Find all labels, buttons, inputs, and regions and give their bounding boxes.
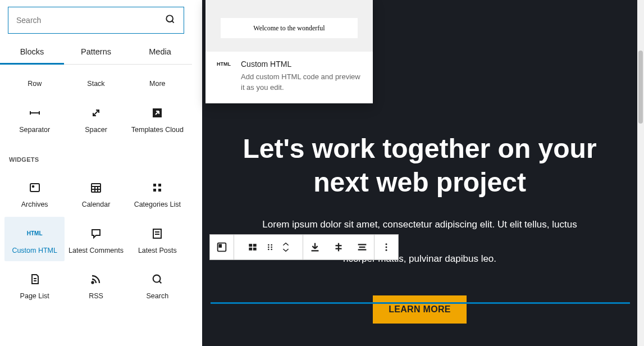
block-search[interactable]: Search (127, 262, 188, 307)
svg-point-34 (271, 247, 272, 248)
svg-line-24 (159, 281, 162, 284)
move-up-button[interactable] (282, 242, 290, 247)
block-page-list[interactable]: Page List (4, 262, 65, 307)
block-type-button[interactable] (243, 235, 262, 260)
block-label: Spacer (85, 125, 107, 135)
block-inserter-sidebar: Search Blocks Patterns Media Row Stack M… (0, 0, 192, 346)
drag-handle[interactable] (262, 235, 278, 260)
preview-title: Custom HTML (241, 60, 364, 69)
more-options-button[interactable] (374, 235, 398, 260)
search-icon (165, 13, 176, 27)
widgets-section-title: WIDGETS (0, 140, 192, 171)
scrollbar-thumb[interactable] (638, 51, 643, 124)
svg-point-33 (268, 247, 270, 248)
block-label: Latest Comments (68, 246, 124, 256)
inserter-tabs: Blocks Patterns Media (0, 39, 192, 65)
svg-rect-13 (153, 184, 156, 186)
block-label: Latest Posts (138, 246, 177, 256)
templates-cloud-icon (150, 106, 164, 120)
search-block-icon (150, 272, 164, 286)
svg-point-35 (268, 249, 270, 251)
tab-media[interactable]: Media (128, 39, 192, 64)
block-spacer[interactable]: Spacer (66, 96, 126, 141)
html-badge-icon: HTML (214, 60, 233, 69)
block-label: Separator (19, 125, 50, 135)
justify-button[interactable] (327, 235, 350, 260)
svg-point-48 (386, 247, 387, 248)
block-label: Archives (21, 200, 48, 210)
svg-point-22 (92, 282, 93, 284)
preview-description: Add custom HTML code and preview it as y… (241, 72, 364, 93)
block-label: Calendar (82, 200, 111, 210)
block-label: Row (28, 79, 42, 89)
page-list-icon (28, 272, 42, 286)
block-label: Stack (87, 79, 104, 89)
accent-separator[interactable] (211, 302, 630, 304)
block-more[interactable]: More (127, 69, 188, 95)
block-label: RSS (89, 292, 103, 302)
block-row[interactable]: Row (4, 69, 65, 95)
block-custom-html[interactable]: HTML Custom HTML (4, 217, 65, 262)
svg-point-31 (268, 244, 270, 246)
svg-rect-14 (158, 184, 161, 186)
canvas-scrollbar[interactable] (637, 0, 644, 346)
block-label: More (149, 79, 165, 89)
block-toolbar (209, 234, 399, 260)
svg-point-23 (153, 275, 161, 283)
move-buttons (278, 235, 294, 260)
rss-icon (89, 272, 103, 286)
svg-rect-27 (249, 244, 252, 247)
block-label: Page List (20, 292, 49, 302)
svg-rect-15 (153, 189, 156, 192)
tab-patterns[interactable]: Patterns (64, 39, 128, 64)
spacer-icon (89, 106, 103, 120)
width-button[interactable] (350, 235, 374, 260)
svg-rect-26 (219, 244, 221, 247)
align-button[interactable] (303, 235, 327, 260)
svg-rect-6 (30, 184, 39, 192)
block-calendar[interactable]: Calendar (66, 171, 126, 216)
posts-icon (150, 227, 164, 240)
svg-line-1 (172, 21, 173, 22)
svg-rect-30 (253, 248, 257, 251)
block-categories-list[interactable]: Categories List (127, 171, 188, 216)
svg-rect-8 (92, 184, 101, 192)
block-label: Custom HTML (12, 246, 57, 256)
svg-rect-29 (249, 248, 252, 251)
svg-rect-28 (253, 244, 257, 247)
select-parent-button[interactable] (210, 235, 234, 260)
calendar-icon (89, 181, 103, 194)
block-label: Categories List (134, 200, 181, 210)
move-down-button[interactable] (282, 247, 290, 253)
categories-icon (150, 181, 164, 194)
svg-point-32 (271, 244, 272, 246)
preview-sample: Welcome to the wonderful (205, 0, 373, 38)
svg-point-7 (32, 186, 34, 188)
block-preview-popover: Welcome to the wonderful HTML Custom HTM… (205, 0, 373, 103)
archives-icon (28, 181, 42, 194)
block-archives[interactable]: Archives (4, 171, 65, 216)
search-input[interactable]: Search (8, 7, 184, 34)
block-separator[interactable]: Separator (4, 96, 65, 141)
block-label: Templates Cloud (131, 125, 184, 135)
learn-more-button[interactable]: LEARN MORE (373, 295, 467, 324)
block-latest-posts[interactable]: Latest Posts (127, 217, 188, 262)
block-rss[interactable]: RSS (66, 262, 126, 307)
tab-blocks[interactable]: Blocks (0, 39, 64, 64)
block-stack[interactable]: Stack (66, 69, 126, 95)
search-placeholder: Search (16, 16, 41, 25)
svg-point-0 (166, 15, 173, 22)
preview-sample-text: Welcome to the wonderful (221, 18, 358, 38)
hero-section: Let's work together on your next web pro… (202, 132, 637, 324)
svg-point-47 (386, 243, 387, 245)
block-templates-cloud[interactable]: Templates Cloud (127, 96, 188, 141)
block-latest-comments[interactable]: Latest Comments (66, 217, 126, 262)
blocks-panel[interactable]: Row Stack More Separator Spacer Template… (0, 65, 192, 342)
svg-point-49 (386, 249, 387, 251)
html-icon: HTML (28, 227, 42, 240)
separator-icon (28, 106, 42, 120)
hero-paragraph-1[interactable]: Lorem ipsum dolor sit amet, consectetur … (219, 216, 620, 234)
comment-icon (89, 227, 103, 240)
hero-heading[interactable]: Let's work together on your next web pro… (219, 132, 620, 199)
svg-point-36 (271, 249, 272, 251)
